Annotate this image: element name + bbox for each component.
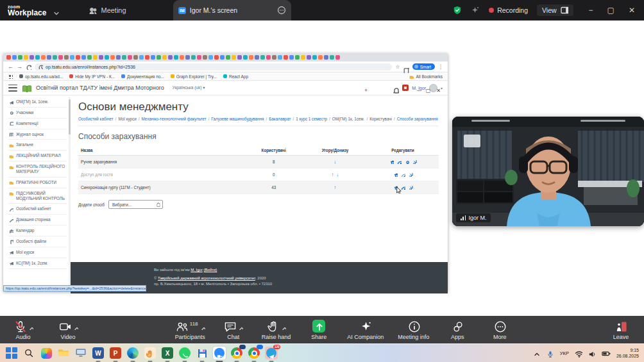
browser-tab[interactable] — [81, 55, 86, 60]
forward-icon[interactable]: → — [17, 64, 22, 70]
address-bar[interactable]: op.tsatu.edu.ua/enrol/instances.php?id=2… — [35, 63, 392, 70]
browser-tab[interactable] — [214, 55, 219, 60]
file-explorer[interactable] — [57, 347, 70, 359]
browser-tab[interactable] — [289, 55, 294, 60]
new-tab-button[interactable]: + — [364, 88, 368, 94]
university-link[interactable]: Таврійський державний агротехнологічний … — [158, 276, 255, 280]
clock[interactable]: 9:15 26.08.2025 — [616, 347, 639, 359]
webcam-tile[interactable]: Igor M. — [452, 117, 644, 226]
breadcrumb-link[interactable]: Користувачі — [369, 117, 392, 121]
messages-icon[interactable] — [402, 85, 409, 91]
browser-tab[interactable] — [139, 55, 144, 60]
word[interactable]: W — [92, 347, 105, 359]
browser-tab[interactable] — [243, 55, 248, 60]
breadcrumb-link[interactable]: Бакалаврат — [269, 117, 291, 121]
browser-tab[interactable] — [35, 55, 40, 60]
sidebar-item[interactable]: Журнал оцінок — [8, 129, 67, 140]
arrow-up-icon[interactable]: ↑ — [334, 185, 337, 190]
more-button[interactable]: More — [486, 320, 514, 340]
back-icon[interactable]: ← — [8, 64, 13, 70]
browser-tab[interactable] — [249, 55, 253, 60]
sidebar-item[interactable]: Учасники — [8, 108, 67, 119]
gear-icon[interactable] — [409, 185, 413, 190]
browser-tab[interactable] — [278, 55, 282, 60]
browser-tab[interactable] — [324, 55, 328, 60]
side-panel-icon[interactable] — [403, 64, 409, 70]
bookmark-star-icon[interactable]: ☆ — [395, 64, 400, 70]
browser-tab[interactable] — [87, 55, 92, 60]
video-button[interactable]: Video — [54, 320, 82, 340]
browser-tab[interactable] — [295, 55, 300, 60]
speaker-icon[interactable] — [588, 349, 596, 357]
breadcrumb-link[interactable]: ОМ(ГМ) 1к, 1сем. — [332, 117, 365, 121]
browser-tab[interactable] — [318, 55, 323, 60]
browser-tab[interactable] — [180, 55, 184, 60]
chevron-down-icon[interactable]: ▾ — [441, 86, 443, 90]
leave-button[interactable]: Leave — [607, 320, 635, 340]
browser-tab[interactable] — [110, 55, 115, 60]
sidebar-item[interactable]: Календар — [8, 226, 67, 236]
start-button[interactable] — [5, 347, 18, 359]
browser-tab[interactable] — [203, 55, 207, 60]
chrome-profile-1[interactable] — [230, 347, 243, 359]
tray-chevron-up-icon[interactable] — [533, 349, 541, 357]
share-button[interactable]: Share — [305, 320, 333, 340]
browser-tab[interactable] — [266, 55, 271, 60]
sidebar-item[interactable]: ПРАКТИЧНІ РОБОТИ — [8, 177, 67, 188]
browser-tab[interactable] — [93, 55, 97, 60]
browser-tab[interactable] — [41, 55, 46, 60]
trash-icon[interactable] — [389, 160, 394, 164]
save-app[interactable] — [196, 347, 208, 359]
sidebar-item[interactable]: Компетенції — [8, 119, 67, 129]
browser-tab[interactable] — [255, 55, 259, 60]
user-plus-icon[interactable] — [405, 160, 409, 164]
chevron-up-icon[interactable] — [238, 321, 243, 326]
portal-title[interactable]: Освітній портал ТДАТУ імені Дмитра Мотор… — [36, 85, 164, 91]
browser-tab[interactable] — [226, 55, 230, 60]
browser-window-controls[interactable]: − ▢ ✕ — [417, 88, 441, 94]
logout-link[interactable]: (Вийти) — [204, 268, 217, 272]
arrow-down-icon[interactable]: ↓ — [334, 159, 337, 165]
browser-tab[interactable] — [47, 55, 51, 60]
footer-user-link[interactable]: M. Igor — [191, 268, 203, 272]
language-selector[interactable]: Українська (uk) ▾ — [173, 85, 205, 90]
sidebar-item[interactable]: ОМ(ГМ) 1к, 1сем. — [8, 97, 67, 108]
sidebar-scrollbar[interactable] — [69, 97, 71, 289]
zoom-app[interactable] — [213, 347, 226, 359]
browser-minimize-button[interactable]: − — [417, 88, 420, 94]
chevron-up-icon[interactable] — [281, 321, 286, 326]
browser-tab[interactable] — [105, 55, 109, 60]
browser-tab[interactable] — [12, 55, 17, 60]
browser-tab[interactable] — [133, 55, 138, 60]
sidebar-item[interactable]: Особисті файли — [8, 236, 67, 247]
browser-tab[interactable] — [237, 55, 242, 60]
browser-tab[interactable] — [232, 55, 236, 60]
meeting-info-button[interactable]: Meeting info — [398, 320, 429, 340]
audio-button[interactable]: Audio — [9, 320, 37, 340]
bell-icon[interactable] — [393, 85, 399, 91]
breadcrumb-link[interactable]: Мої курси — [118, 117, 136, 121]
browser-tab[interactable] — [6, 55, 11, 60]
refresh-icon[interactable] — [26, 64, 31, 70]
sidebar-item[interactable]: КОНТРОЛЬ ЛЕКЦІЙНОГО МАТЕРІАЛУ — [8, 161, 67, 177]
browser-maximize-button[interactable]: ▢ — [426, 88, 431, 94]
browser-tab[interactable] — [58, 55, 63, 60]
whatsapp[interactable] — [178, 347, 191, 359]
tab-shared-screen[interactable]: IM Igor M.'s screen — [173, 0, 291, 21]
browser-tab[interactable] — [335, 55, 340, 60]
edge[interactable] — [126, 347, 139, 359]
chevron-up-icon[interactable] — [73, 321, 78, 326]
view-button[interactable]: View — [537, 4, 573, 16]
minimize-button[interactable]: − — [589, 6, 593, 15]
chevron-up-icon[interactable] — [28, 321, 33, 326]
chrome-profile-2[interactable] — [248, 347, 260, 359]
chat-button[interactable]: Chat — [219, 320, 248, 340]
browser-tab[interactable] — [330, 55, 334, 60]
sidebar-item[interactable]: КС(ПМ) 1к, 2сем. — [8, 258, 67, 269]
browser-tab[interactable] — [301, 55, 305, 60]
system-tool[interactable] — [74, 347, 87, 359]
battery-icon[interactable] — [602, 349, 611, 357]
wifi-icon[interactable] — [575, 349, 582, 357]
all-bookmarks-button[interactable]: All Bookmarks — [409, 74, 443, 79]
breadcrumb-link[interactable]: Галузеве машинобудування — [211, 117, 264, 121]
